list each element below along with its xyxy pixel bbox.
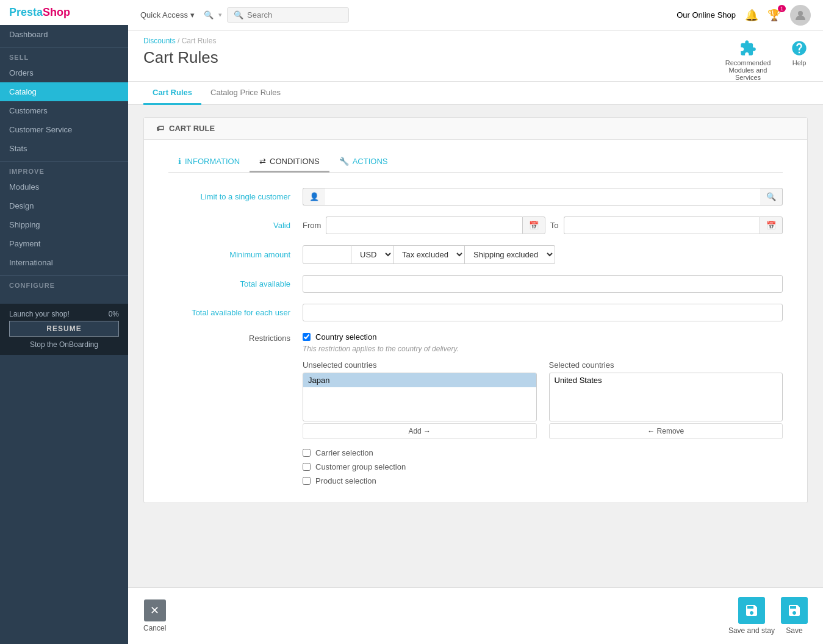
- from-date-input[interactable]: 2017-10-05 06:00:00: [326, 216, 522, 234]
- selected-country-us: United States: [550, 373, 783, 387]
- to-date-group: 2017-11-05 06:00:00 📅: [564, 216, 783, 234]
- restrictions-row: Restrictions Country selection This rest…: [168, 332, 783, 490]
- selected-countries-title: Selected countries: [549, 360, 783, 370]
- quick-access-chevron-icon: ▾: [190, 10, 195, 20]
- save-label: Save: [786, 626, 802, 635]
- trophy-badge-area: 🏆 1: [767, 9, 781, 22]
- quick-access-dropdown[interactable]: Quick Access ▾: [140, 10, 195, 20]
- tabs-bar: Cart Rules Catalog Price Rules: [128, 82, 823, 105]
- unselected-country-japan: Japan: [303, 373, 536, 387]
- sidebar-item-modules[interactable]: Modules: [0, 177, 128, 196]
- cart-rule-card: 🏷 CART RULE ℹ INFORMATION ⇄ CONDITIONS 🔧: [143, 117, 808, 503]
- recommended-modules-button[interactable]: Recommended Modules and Services: [717, 40, 778, 81]
- currency-select[interactable]: USD EUR GBP: [351, 245, 394, 264]
- sidebar-item-design[interactable]: Design: [0, 196, 128, 215]
- total-available-input[interactable]: 10: [303, 275, 783, 293]
- country-selection-header: Country selection: [303, 332, 783, 342]
- carrier-selection-label: Carrier selection: [315, 448, 373, 457]
- country-selection-checkbox[interactable]: [303, 333, 311, 341]
- total-available-row: Total available 10: [168, 275, 783, 293]
- cancel-icon: ✕: [144, 599, 166, 621]
- carrier-selection-checkbox[interactable]: [303, 449, 311, 457]
- topbar: Quick Access ▾ 🔍 ▾ 🔍 Our Online Shop 🔔 🏆…: [128, 0, 823, 30]
- limit-customer-input[interactable]: [325, 188, 760, 206]
- sidebar-item-customer-service[interactable]: Customer Service: [0, 120, 128, 139]
- logo-presta: Presta: [9, 6, 43, 18]
- sidebar-item-stats[interactable]: Stats: [0, 139, 128, 158]
- help-button[interactable]: Help: [791, 40, 808, 66]
- actions-icon: 🔧: [339, 157, 349, 166]
- minimum-amount-input[interactable]: 100: [303, 245, 351, 264]
- onboarding-label: Launch your shop!: [9, 310, 70, 318]
- cancel-button[interactable]: ✕ Cancel: [143, 599, 166, 632]
- card-header: 🏷 CART RULE: [144, 118, 807, 140]
- remove-country-button[interactable]: ← Remove: [549, 423, 783, 439]
- sub-tab-conditions[interactable]: ⇄ CONDITIONS: [250, 152, 329, 173]
- search-area[interactable]: 🔍: [227, 7, 349, 23]
- save-and-stay-label: Save and stay: [728, 626, 775, 635]
- minimum-amount-label: Minimum amount: [168, 250, 303, 259]
- footer-bar: ✕ Cancel Save and stay Save: [128, 587, 823, 644]
- sidebar-item-catalog[interactable]: Catalog: [0, 82, 128, 101]
- unselected-countries-select[interactable]: Japan: [303, 373, 537, 421]
- search-input[interactable]: [247, 10, 342, 20]
- save-button[interactable]: Save: [781, 597, 808, 635]
- to-label: To: [550, 221, 559, 230]
- user-avatar[interactable]: [790, 5, 811, 26]
- selected-countries-select[interactable]: United States: [549, 373, 783, 421]
- sidebar-item-shipping[interactable]: Shipping: [0, 215, 128, 234]
- shop-name: Our Online Shop: [677, 10, 736, 20]
- search-customer-icon[interactable]: 🔍: [760, 188, 783, 206]
- to-calendar-icon[interactable]: 📅: [760, 216, 783, 234]
- customer-icon: 👤: [303, 188, 325, 206]
- sidebar-item-customers[interactable]: Customers: [0, 101, 128, 120]
- breadcrumb-discounts[interactable]: Discounts: [143, 37, 176, 45]
- sub-tab-information[interactable]: ℹ INFORMATION: [168, 152, 250, 173]
- tag-icon: 🏷: [156, 124, 164, 133]
- recommended-modules-label: Recommended Modules and Services: [717, 59, 778, 81]
- resume-button[interactable]: RESUME: [9, 321, 119, 337]
- product-selection-checkbox[interactable]: [303, 477, 311, 485]
- country-lists: Unselected countries Japan Add → Selecte…: [303, 360, 783, 439]
- limit-customer-row: Limit to a single customer 👤 🔍: [168, 188, 783, 206]
- customer-group-row: Customer group selection: [303, 462, 783, 471]
- add-country-button[interactable]: Add →: [303, 423, 537, 439]
- save-icon: [781, 597, 808, 624]
- valid-label: Valid: [168, 221, 303, 230]
- tax-select[interactable]: Tax excluded Tax included: [394, 245, 465, 264]
- tab-catalog-price-rules[interactable]: Catalog Price Rules: [201, 82, 290, 105]
- search-lens-icon: 🔍: [234, 10, 243, 20]
- unselected-countries-title: Unselected countries: [303, 360, 537, 370]
- to-date-input[interactable]: 2017-11-05 06:00:00: [564, 216, 760, 234]
- page-header: Discounts / Cart Rules Cart Rules Recomm…: [128, 30, 823, 82]
- save-buttons: Save and stay Save: [728, 597, 808, 635]
- sidebar-section-improve: IMPROVE: [0, 161, 128, 177]
- total-available-label: Total available: [168, 279, 303, 288]
- search-dropdown-icon: ▾: [218, 11, 222, 19]
- page-title: Cart Rules: [143, 48, 717, 74]
- sidebar-section-sell: SELL: [0, 47, 128, 63]
- selected-countries-box: Selected countries United States ← Remov…: [549, 360, 783, 439]
- topbar-right: Our Online Shop 🔔 🏆 1: [677, 5, 811, 26]
- shipping-select[interactable]: Shipping excluded Shipping included: [465, 245, 555, 264]
- logo[interactable]: PrestaShop: [0, 0, 128, 25]
- card-body: ℹ INFORMATION ⇄ CONDITIONS 🔧 ACTIONS Lim…: [144, 140, 807, 503]
- cancel-label: Cancel: [143, 624, 166, 632]
- sidebar-item-payment[interactable]: Payment: [0, 234, 128, 253]
- minimum-amount-row: Minimum amount 100 USD EUR GBP Tax exclu…: [168, 245, 783, 264]
- sub-tab-actions[interactable]: 🔧 ACTIONS: [329, 152, 398, 173]
- card-header-label: CART RULE: [169, 124, 215, 133]
- tab-cart-rules[interactable]: Cart Rules: [143, 82, 201, 105]
- save-and-stay-button[interactable]: Save and stay: [728, 597, 775, 635]
- sidebar-section-configure: CONFIGURE: [0, 275, 128, 292]
- sidebar-item-dashboard[interactable]: Dashboard: [0, 25, 128, 44]
- total-per-user-input[interactable]: 1: [303, 304, 783, 321]
- stop-onboarding-link[interactable]: Stop the OnBoarding: [9, 340, 119, 349]
- main-content: Quick Access ▾ 🔍 ▾ 🔍 Our Online Shop 🔔 🏆…: [128, 0, 823, 644]
- sidebar-item-international[interactable]: International: [0, 253, 128, 272]
- customer-group-checkbox[interactable]: [303, 463, 311, 471]
- notifications-icon[interactable]: 🔔: [745, 9, 758, 22]
- from-calendar-icon[interactable]: 📅: [522, 216, 545, 234]
- sidebar-item-orders[interactable]: Orders: [0, 63, 128, 82]
- onboarding-progress: 0%: [109, 310, 119, 318]
